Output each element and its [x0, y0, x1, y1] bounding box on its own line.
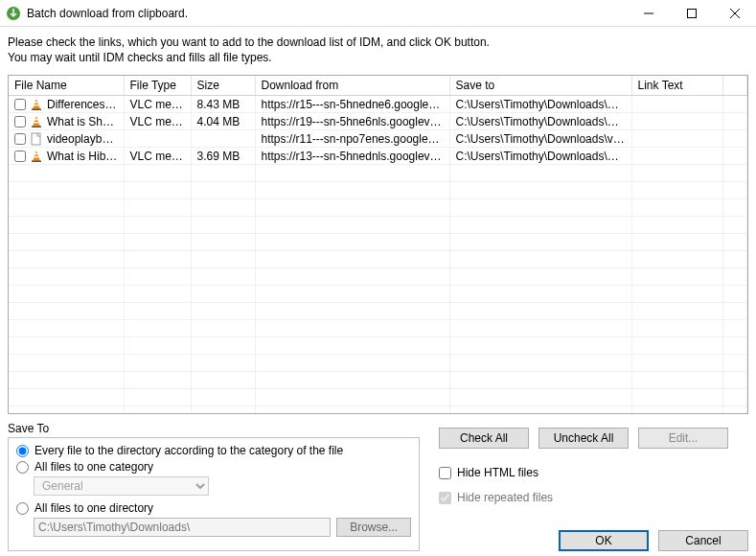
radio-one-directory[interactable]	[16, 502, 29, 515]
col-header-size[interactable]: Size	[191, 76, 255, 96]
svg-marker-5	[33, 99, 40, 109]
table-row	[9, 251, 747, 268]
row-checkbox[interactable]	[14, 99, 26, 110]
table-row	[9, 355, 747, 372]
svg-rect-11	[34, 122, 39, 123]
svg-rect-12	[32, 126, 41, 127]
maximize-button[interactable]	[670, 0, 713, 27]
download-from: https://r13---sn-5hnednls.googlevid...	[255, 148, 449, 165]
check-all-button[interactable]: Check All	[439, 428, 529, 449]
col-header-from[interactable]: Download from	[255, 76, 449, 96]
svg-rect-13	[32, 133, 40, 145]
radio-one-category-label: All files to one category	[34, 460, 153, 474]
file-type: VLC medi...	[124, 113, 191, 130]
download-from: https://r15---sn-5hnedne6.googlevi...	[255, 96, 449, 113]
svg-rect-2	[687, 9, 696, 17]
file-icon	[30, 132, 43, 146]
hide-html-checkbox[interactable]	[439, 467, 451, 479]
cancel-button[interactable]: Cancel	[658, 530, 748, 551]
svg-rect-6	[34, 102, 38, 103]
table-row[interactable]: What is Hiber...VLC medi...3.69 MBhttps:…	[9, 148, 747, 165]
ok-button[interactable]: OK	[559, 530, 649, 551]
link-text	[631, 130, 722, 148]
link-text	[631, 148, 722, 165]
download-table: File Name File Type Size Download from S…	[8, 75, 748, 414]
svg-rect-16	[34, 156, 39, 157]
table-row	[9, 268, 747, 286]
svg-rect-15	[34, 153, 38, 154]
col-header-end	[722, 76, 747, 96]
hide-html-label: Hide HTML files	[457, 466, 538, 479]
save-to: C:\Users\Timothy\Downloads\Video\...	[449, 148, 631, 165]
file-size: 4.04 MB	[191, 113, 255, 130]
file-type	[124, 130, 191, 148]
col-header-file[interactable]: File Name	[9, 76, 124, 96]
file-name: videoplayback_3	[47, 132, 118, 146]
table-row	[9, 165, 747, 182]
table-row[interactable]: videoplayback_3https://r11---sn-npo7enes…	[9, 130, 747, 148]
close-button[interactable]	[713, 0, 756, 27]
download-from: https://r11---sn-npo7enes.googlevi...	[255, 130, 449, 148]
radio-by-category-label: Every file to the directory according to…	[34, 444, 343, 457]
file-size	[191, 130, 255, 148]
col-header-link[interactable]: Link Text	[631, 76, 722, 96]
hide-repeated-checkbox[interactable]	[439, 492, 451, 504]
save-to-panel: Save To Every file to the directory acco…	[8, 422, 420, 551]
row-checkbox[interactable]	[14, 151, 26, 162]
idm-app-icon	[6, 6, 21, 21]
window-title: Batch download from clipboard.	[27, 7, 627, 20]
row-checkbox[interactable]	[14, 116, 26, 127]
instructions-line1: Please check the links, which you want t…	[8, 35, 748, 50]
row-checkbox[interactable]	[14, 133, 26, 145]
minimize-button[interactable]	[627, 0, 670, 27]
file-name: Differences b...	[47, 98, 118, 111]
instructions: Please check the links, which you want t…	[0, 27, 756, 71]
svg-rect-8	[32, 108, 41, 110]
col-header-save[interactable]: Save to	[449, 76, 631, 96]
save-to: C:\Users\Timothy\Downloads\Video\...	[449, 96, 631, 113]
link-text	[631, 96, 722, 113]
directory-input[interactable]	[34, 518, 331, 537]
save-to: C:\Users\Timothy\Downloads\videop...	[449, 130, 631, 148]
window-buttons	[627, 0, 756, 27]
hide-repeated-label: Hide repeated files	[457, 491, 553, 504]
category-select[interactable]: General	[34, 476, 209, 496]
table-row	[9, 199, 747, 217]
instructions-line2: You may wait until IDM checks and fills …	[8, 50, 748, 65]
download-from: https://r19---sn-5hne6nls.googlevid...	[255, 113, 449, 130]
table-row	[9, 182, 747, 199]
table-row	[9, 406, 747, 415]
radio-one-category[interactable]	[16, 461, 29, 474]
edit-button[interactable]: Edit...	[638, 428, 728, 449]
file-size: 8.43 MB	[191, 96, 255, 113]
file-name: What is Hiber...	[47, 150, 118, 163]
browse-button[interactable]: Browse...	[336, 518, 411, 537]
link-text	[631, 113, 722, 130]
titlebar: Batch download from clipboard.	[0, 0, 756, 27]
table-row	[9, 320, 747, 337]
file-type: VLC medi...	[124, 148, 191, 165]
radio-one-directory-label: All files to one directory	[34, 501, 153, 515]
table-row	[9, 337, 747, 355]
table-row	[9, 234, 747, 251]
col-header-type[interactable]: File Type	[124, 76, 191, 96]
table-row	[9, 303, 747, 320]
table-row	[9, 286, 747, 303]
save-to-header: Save To	[8, 422, 420, 437]
right-panel: Check All Uncheck All Edit... Hide HTML …	[439, 422, 748, 551]
file-name: What is Shutd...	[47, 115, 118, 128]
vlc-icon	[30, 115, 43, 128]
svg-rect-17	[32, 160, 41, 162]
table-row	[9, 217, 747, 234]
vlc-icon	[30, 98, 43, 111]
table-row	[9, 372, 747, 389]
file-type: VLC medi...	[124, 96, 191, 113]
svg-marker-9	[33, 116, 40, 127]
svg-rect-10	[34, 119, 38, 120]
uncheck-all-button[interactable]: Uncheck All	[538, 428, 629, 449]
radio-by-category[interactable]	[16, 445, 29, 457]
table-row[interactable]: Differences b...VLC medi...8.43 MBhttps:…	[9, 96, 747, 113]
file-size: 3.69 MB	[191, 148, 255, 165]
vlc-icon	[30, 150, 43, 163]
table-row[interactable]: What is Shutd...VLC medi...4.04 MBhttps:…	[9, 113, 747, 130]
